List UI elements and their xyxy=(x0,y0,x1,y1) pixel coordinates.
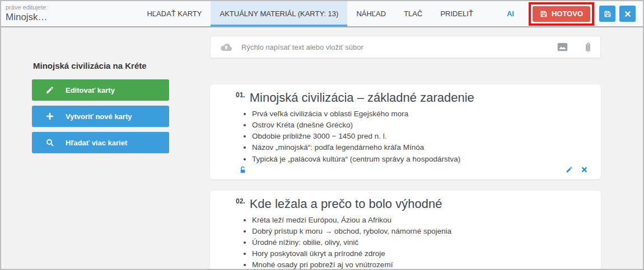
card-bullet: Mnohé osady pri pobreží aj vo vnútrozemí xyxy=(252,259,587,270)
search-more-cards-button[interactable]: Hľadať viac kariet xyxy=(32,132,169,153)
top-bar: práve editujete: Minojsk… HĽADAŤ KARTY A… xyxy=(1,1,643,27)
save-icon-button[interactable] xyxy=(599,6,615,22)
card-title-row: 02.Kde ležala a prečo to bolo výhodné xyxy=(223,196,587,212)
material-title: Minojská civilizácia na Kréte xyxy=(33,61,169,70)
edit-card-icon[interactable] xyxy=(566,166,573,173)
close-icon-button[interactable] xyxy=(619,6,636,22)
done-button-label: HOTOVO xyxy=(552,10,583,18)
card-title: Kde ležala a prečo to bolo výhodné xyxy=(250,197,442,211)
quickbar-icons xyxy=(557,42,591,53)
quick-input-bar[interactable]: Rýchlo napísať text alebo vložiť súbor xyxy=(210,36,601,58)
card-title-row: 01.Minojská civilizácia – základné zarad… xyxy=(223,90,587,106)
unlock-icon[interactable] xyxy=(239,166,246,174)
currently-editing: práve editujete: Minojsk… xyxy=(1,1,95,26)
card-bullet: Dobrý prístup k moru → obchod, rybolov, … xyxy=(252,226,587,236)
quick-input-placeholder: Rýchlo napísať text alebo vložiť súbor xyxy=(241,43,363,51)
annotation-highlight-box: HOTOVO xyxy=(529,2,594,26)
done-button[interactable]: HOTOVO xyxy=(533,6,590,22)
card-bullet: Názov „minojská“: podľa legendárneho krá… xyxy=(252,142,587,153)
editor-window: práve editujete: Minojsk… HĽADAŤ KARTY A… xyxy=(0,0,644,270)
editing-material-name: Minojsk… xyxy=(6,11,90,23)
tab-current-material[interactable]: AKTUÁLNY MATERIÁL (KARTY: 13) xyxy=(211,1,347,26)
card-footer xyxy=(223,166,587,176)
tab-print[interactable]: TLAČ xyxy=(395,1,431,26)
editing-label: práve editujete: xyxy=(6,4,90,11)
close-icon xyxy=(624,11,631,17)
tab-ai[interactable]: AI xyxy=(498,1,523,26)
flashcard: 01.Minojská civilizácia – základné zarad… xyxy=(210,84,601,179)
card-bullet: Prvá veľká civilizácia v oblasti Egejské… xyxy=(252,108,587,119)
card-number: 02. xyxy=(236,197,245,205)
card-bullet-list: Kréta leží medzi Európou, Áziou a Afriko… xyxy=(223,215,587,270)
card-bullet: Ostrov Kréta (dnešné Grécko) xyxy=(252,120,587,130)
card-bullet: Úrodné nížiny: obilie, olivy, vinič xyxy=(252,237,587,248)
card-bullet: Kréta leží medzi Európou, Áziou a Afriko… xyxy=(252,215,587,225)
card-actions xyxy=(566,166,587,173)
main-column: Rýchlo napísať text alebo vložiť súbor xyxy=(210,36,601,270)
sidebar: Minojská civilizácia na Kréte Editovať k… xyxy=(32,61,169,158)
edit-cards-label: Editovať karty xyxy=(66,86,115,94)
card-number: 01. xyxy=(236,91,245,99)
image-icon[interactable] xyxy=(557,42,568,51)
tab-search-cards[interactable]: HĽADAŤ KARTY xyxy=(138,1,211,26)
card-bullet: Obdobie približne 3000 − 1450 pred n. l. xyxy=(252,131,587,141)
remove-card-icon[interactable] xyxy=(581,167,587,173)
search-more-cards-label: Hľadať viac kariet xyxy=(66,139,127,147)
tab-bar: HĽADAŤ KARTY AKTUÁLNY MATERIÁL (KARTY: 1… xyxy=(138,1,527,26)
create-new-cards-label: Vytvoriť nové karty xyxy=(66,112,132,121)
edit-cards-button[interactable]: Editovať karty xyxy=(32,79,169,101)
plus-icon xyxy=(45,112,54,121)
card-bullet-list: Prvá veľká civilizácia v oblasti Egejské… xyxy=(223,108,587,164)
card-bullet: Typická je „palácová kultúra“ (centrum s… xyxy=(252,154,587,164)
save-floppy-icon xyxy=(540,10,548,18)
cloud-upload-icon xyxy=(220,40,233,54)
card-title: Minojská civilizácia – základné zaradeni… xyxy=(250,91,474,105)
create-new-cards-button[interactable]: Vytvoriť nové karty xyxy=(32,106,169,127)
tab-preview[interactable]: NÁHĽAD xyxy=(347,1,395,26)
search-icon xyxy=(45,138,54,147)
tab-assign[interactable]: PRIDELIŤ xyxy=(431,1,482,26)
card-bullet: Hory poskytovali úkryt a prírodné zdroje xyxy=(252,248,587,259)
paperclip-icon[interactable] xyxy=(585,42,591,53)
flashcard: 02.Kde ležala a prečo to bolo výhodné Kr… xyxy=(210,191,601,270)
pencil-icon xyxy=(45,86,54,94)
save-floppy-icon xyxy=(604,10,612,18)
